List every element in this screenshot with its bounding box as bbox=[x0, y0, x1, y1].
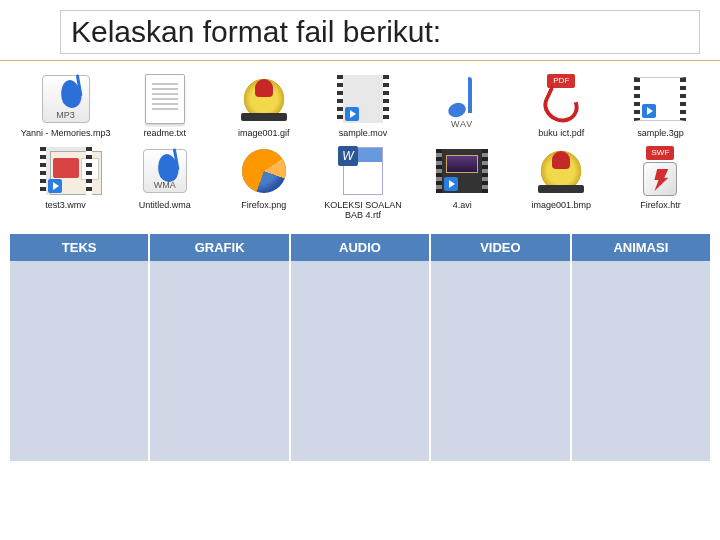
file-label: sample.3gp bbox=[637, 129, 684, 139]
file-label: buku ict.pdf bbox=[538, 129, 584, 139]
mov-icon bbox=[331, 71, 395, 127]
category-column-teks: TEKS bbox=[10, 234, 150, 461]
page-title: Kelaskan format fail berikut: bbox=[71, 15, 689, 49]
category-column-video: VIDEO bbox=[431, 234, 571, 461]
file-label: sample.mov bbox=[339, 129, 388, 139]
file-label: image001.bmp bbox=[532, 201, 592, 211]
file-item: Untitled.wma bbox=[117, 141, 212, 223]
file-item: sample.3gp bbox=[613, 69, 708, 141]
file-label: readme.txt bbox=[143, 129, 186, 139]
file-label: Yanni - Memories.mp3 bbox=[21, 129, 111, 139]
avi-icon bbox=[430, 143, 494, 199]
title-box: Kelaskan format fail berikut: bbox=[60, 10, 700, 54]
file-item: KOLEKSI SOALAN BAB 4.rtf bbox=[315, 141, 410, 223]
wav-icon: WAV bbox=[430, 71, 494, 127]
pdf-icon: PDF bbox=[529, 71, 593, 127]
category-body bbox=[431, 261, 569, 461]
file-item: image001.bmp bbox=[514, 141, 609, 223]
file-label: Firefox.png bbox=[241, 201, 286, 211]
gif-icon bbox=[232, 71, 296, 127]
file-item: Yanni - Memories.mp3 bbox=[18, 69, 113, 141]
file-item: image001.gif bbox=[216, 69, 311, 141]
file-row-2: test3.wmv Untitled.wma Firefox.png KOLEK… bbox=[18, 141, 708, 223]
category-body bbox=[10, 261, 148, 461]
category-body bbox=[572, 261, 710, 461]
category-table: TEKS GRAFIK AUDIO VIDEO ANIMASI bbox=[10, 233, 710, 461]
wmv-icon bbox=[34, 143, 98, 199]
category-column-animasi: ANIMASI bbox=[572, 234, 710, 461]
wma-icon bbox=[133, 143, 197, 199]
category-column-audio: AUDIO bbox=[291, 234, 431, 461]
category-header: VIDEO bbox=[431, 234, 569, 261]
file-label: test3.wmv bbox=[45, 201, 86, 211]
title-bar: Kelaskan format fail berikut: bbox=[0, 0, 720, 61]
category-header: GRAFIK bbox=[150, 234, 288, 261]
file-item: 4.avi bbox=[415, 141, 510, 223]
file-item: Firefox.png bbox=[216, 141, 311, 223]
file-item: PDF buku ict.pdf bbox=[514, 69, 609, 141]
file-label: Untitled.wma bbox=[139, 201, 191, 211]
file-label: KOLEKSI SOALAN BAB 4.rtf bbox=[318, 201, 408, 221]
txt-icon bbox=[133, 71, 197, 127]
category-header: AUDIO bbox=[291, 234, 429, 261]
file-item: SWF Firefox.htr bbox=[613, 141, 708, 223]
file-item: sample.mov bbox=[315, 69, 410, 141]
category-header: TEKS bbox=[10, 234, 148, 261]
category-header: ANIMASI bbox=[572, 234, 710, 261]
category-column-grafik: GRAFIK bbox=[150, 234, 290, 461]
file-label: Firefox.htr bbox=[640, 201, 681, 211]
file-item: readme.txt bbox=[117, 69, 212, 141]
bmp-icon bbox=[529, 143, 593, 199]
file-row-1: Yanni - Memories.mp3 readme.txt image001… bbox=[18, 69, 708, 141]
file-item: WAV bbox=[415, 69, 510, 141]
rtf-icon bbox=[331, 143, 395, 199]
png-icon bbox=[232, 143, 296, 199]
file-label: 4.avi bbox=[453, 201, 472, 211]
file-item: test3.wmv bbox=[18, 141, 113, 223]
file-icons-area: Yanni - Memories.mp3 readme.txt image001… bbox=[0, 61, 720, 229]
file-label: image001.gif bbox=[238, 129, 290, 139]
category-body bbox=[291, 261, 429, 461]
swf-icon: SWF bbox=[628, 143, 692, 199]
category-body bbox=[150, 261, 288, 461]
3gp-icon bbox=[628, 71, 692, 127]
mp3-icon bbox=[34, 71, 98, 127]
